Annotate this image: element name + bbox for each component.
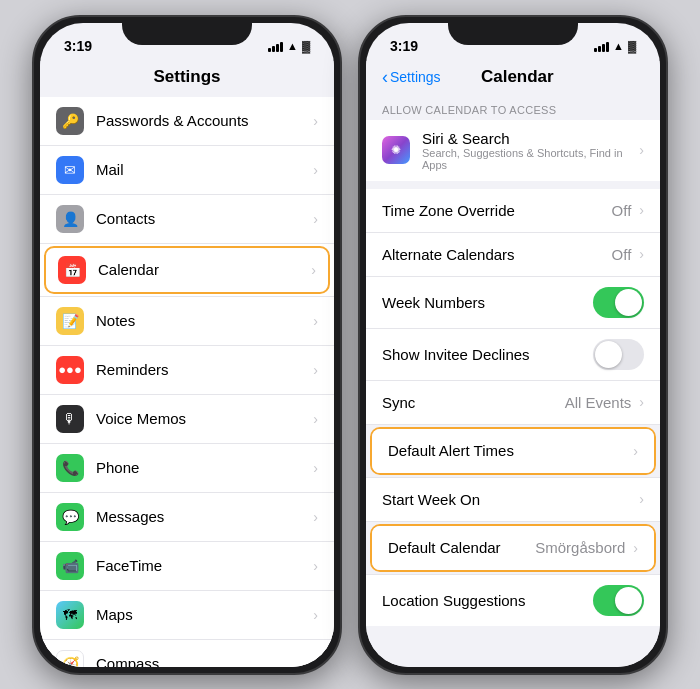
defaultcalendar-label: Default Calendar [388, 539, 535, 556]
calendar-settings-list: ALLOW CALENDAR TO ACCESS ✺ Siri & Search… [366, 96, 660, 667]
list-item[interactable]: 🧭 Compass › [40, 640, 334, 667]
wifi-icon: ▲ [613, 40, 624, 52]
timezone-value: Off [612, 202, 632, 219]
notes-label: Notes [96, 312, 309, 329]
siri-icon: ✺ [382, 136, 410, 164]
defaultcalendar-highlighted: Default Calendar Smörgåsbord › [370, 524, 656, 572]
chevron-icon: › [313, 558, 318, 574]
sync-value: All Events [565, 394, 632, 411]
facetime-label: FaceTime [96, 557, 309, 574]
right-phone: 3:19 ▲ ▓ ‹ Settings Calendar AL [358, 15, 668, 675]
chevron-icon: › [313, 411, 318, 427]
notes-icon: 📝 [56, 307, 84, 335]
chevron-icon: › [639, 246, 644, 262]
screen-right: 3:19 ▲ ▓ ‹ Settings Calendar AL [366, 23, 660, 667]
weeknumbers-toggle[interactable] [593, 287, 644, 318]
defaultcalendar-value: Smörgåsbord [535, 539, 625, 556]
mail-label: Mail [96, 161, 309, 178]
notch [122, 17, 252, 45]
timezone-row[interactable]: Time Zone Override Off › [366, 189, 660, 233]
alternate-row[interactable]: Alternate Calendars Off › [366, 233, 660, 277]
battery-icon: ▓ [628, 40, 636, 52]
defaultalert-label: Default Alert Times [388, 442, 629, 459]
defaultalert-wrapper: Default Alert Times › [366, 427, 660, 478]
calendar-icon: 📅 [58, 256, 86, 284]
wifi-icon: ▲ [287, 40, 298, 52]
time-right: 3:19 [390, 38, 418, 54]
back-button[interactable]: ‹ Settings [382, 67, 441, 88]
signal-icon [268, 40, 283, 52]
timezone-label: Time Zone Override [382, 202, 612, 219]
locationsuggestions-label: Location Suggestions [382, 592, 593, 609]
chevron-icon: › [639, 394, 644, 410]
siri-text: Siri & Search Search, Suggestions & Shor… [422, 130, 635, 171]
startweek-row[interactable]: Start Week On › [366, 478, 660, 522]
calendar-highlighted[interactable]: 📅 Calendar › [44, 246, 330, 294]
settings-page: Settings 🔑 Passwords & Accounts › ✉ [40, 61, 334, 667]
list-item[interactable]: 📝 Notes › [40, 297, 334, 346]
passwords-icon: 🔑 [56, 107, 84, 135]
voicememos-label: Voice Memos [96, 410, 309, 427]
chevron-icon: › [311, 262, 316, 278]
phone-icon: 📞 [56, 454, 84, 482]
maps-icon: 🗺 [56, 601, 84, 629]
inviteedeclines-label: Show Invitee Declines [382, 346, 593, 363]
time-left: 3:19 [64, 38, 92, 54]
inviteedeclines-toggle[interactable] [593, 339, 644, 370]
list-item[interactable]: 🎙 Voice Memos › [40, 395, 334, 444]
maps-label: Maps [96, 606, 309, 623]
list-item[interactable]: ●●● Reminders › [40, 346, 334, 395]
contacts-icon: 👤 [56, 205, 84, 233]
list-item[interactable]: 🔑 Passwords & Accounts › [40, 97, 334, 146]
defaultalert-row[interactable]: Default Alert Times › [372, 429, 654, 473]
locationsuggestions-toggle[interactable] [593, 585, 644, 616]
screen-left: 3:19 ▲ ▓ Settings 🔑 [40, 23, 334, 667]
phone-label: Phone [96, 459, 309, 476]
list-item[interactable]: 💬 Messages › [40, 493, 334, 542]
chevron-icon: › [313, 460, 318, 476]
list-item[interactable]: 👤 Contacts › [40, 195, 334, 244]
messages-label: Messages [96, 508, 309, 525]
contacts-label: Contacts [96, 210, 309, 227]
calendar-title: Calendar [441, 67, 594, 87]
facetime-icon: 📹 [56, 552, 84, 580]
voicememos-icon: 🎙 [56, 405, 84, 433]
siri-row[interactable]: ✺ Siri & Search Search, Suggestions & Sh… [366, 120, 660, 181]
sync-label: Sync [382, 394, 565, 411]
calendar-nav: ‹ Settings Calendar [366, 61, 660, 96]
battery-icon: ▓ [302, 40, 310, 52]
compass-icon: 🧭 [56, 650, 84, 667]
sync-row[interactable]: Sync All Events › [366, 381, 660, 425]
defaultalert-highlighted: Default Alert Times › [370, 427, 656, 475]
messages-icon: 💬 [56, 503, 84, 531]
chevron-icon: › [313, 211, 318, 227]
siri-title: Siri & Search [422, 130, 635, 147]
weeknumbers-row[interactable]: Week Numbers [366, 277, 660, 329]
section-system: 🔑 Passwords & Accounts › ✉ Mail › [40, 97, 334, 667]
inviteedeclines-row[interactable]: Show Invitee Declines [366, 329, 660, 381]
back-chevron-icon: ‹ [382, 67, 388, 88]
alternate-label: Alternate Calendars [382, 246, 612, 263]
calendar-label: Calendar [98, 261, 307, 278]
locationsuggestions-row[interactable]: Location Suggestions [366, 575, 660, 626]
back-label: Settings [390, 69, 441, 85]
compass-label: Compass [96, 655, 309, 667]
chevron-icon: › [633, 443, 638, 459]
chevron-icon: › [313, 656, 318, 667]
left-phone: 3:19 ▲ ▓ Settings 🔑 [32, 15, 342, 675]
mail-icon: ✉ [56, 156, 84, 184]
list-item[interactable]: 🗺 Maps › [40, 591, 334, 640]
notch [448, 17, 578, 45]
status-icons-right: ▲ ▓ [594, 40, 636, 52]
chevron-icon: › [633, 540, 638, 556]
calendar-settings-section: Time Zone Override Off › Alternate Calen… [366, 189, 660, 626]
signal-icon [594, 40, 609, 52]
siri-subtitle: Search, Suggestions & Shortcuts, Find in… [422, 147, 635, 171]
list-item[interactable]: 📹 FaceTime › [40, 542, 334, 591]
weeknumbers-label: Week Numbers [382, 294, 593, 311]
chevron-icon: › [313, 313, 318, 329]
list-item[interactable]: 📞 Phone › [40, 444, 334, 493]
defaultcalendar-row[interactable]: Default Calendar Smörgåsbord › [372, 526, 654, 570]
list-item[interactable]: ✉ Mail › [40, 146, 334, 195]
reminders-label: Reminders [96, 361, 309, 378]
